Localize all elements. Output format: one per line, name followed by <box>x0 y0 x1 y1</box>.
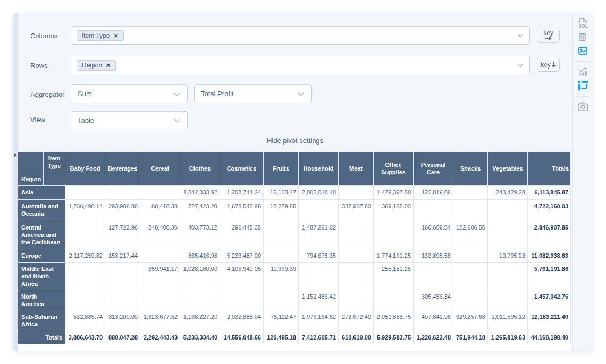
svg-text:SQL: SQL <box>578 23 588 28</box>
